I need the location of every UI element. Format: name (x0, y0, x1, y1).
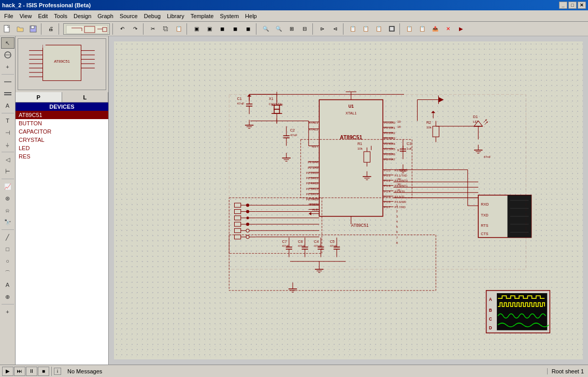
tab-l[interactable]: L (62, 92, 109, 102)
block4-button[interactable]: ◼ (229, 23, 241, 35)
device-at89c51[interactable]: AT89C51 (16, 111, 108, 119)
svg-text:XTAL1: XTAL1 (309, 121, 319, 124)
device-crystal[interactable]: CRYSTAL (16, 136, 108, 144)
netlist-button[interactable]: 📋 (403, 23, 415, 35)
menu-library[interactable]: Library (164, 12, 188, 20)
tab-p[interactable]: P (16, 92, 62, 102)
cut-button[interactable]: ✂ (147, 23, 159, 35)
tag2-button[interactable]: ⊲ (329, 23, 341, 35)
generator-tool[interactable]: ⍾ (1, 205, 15, 216)
status-message: No Messages (63, 368, 547, 374)
paste-button[interactable]: 📋 (173, 23, 185, 35)
menu-help[interactable]: Help (242, 12, 260, 20)
menu-system[interactable]: System (217, 12, 242, 20)
add-tool[interactable]: + (1, 306, 15, 317)
svg-text:6: 6 (396, 230, 398, 234)
pin-tool[interactable]: ⊢ (1, 166, 15, 177)
undo-button[interactable]: ↶ (116, 23, 128, 35)
svg-text:10k: 10k (426, 125, 432, 129)
window-controls[interactable]: _ □ ✕ (559, 2, 586, 9)
box-tool[interactable]: □ (1, 243, 15, 255)
zoom-in-button[interactable]: 🔍 (260, 23, 272, 35)
lt-sep-5 (2, 229, 14, 230)
svg-text:CTS: CTS (481, 232, 489, 236)
junction-tool[interactable]: + (1, 61, 15, 72)
new-button[interactable] (1, 23, 13, 35)
export-button[interactable]: 📤 (429, 23, 441, 35)
block5-button[interactable]: ◼ (242, 23, 254, 35)
zoom-area-button[interactable]: ⊟ (298, 23, 311, 35)
open-button[interactable] (14, 23, 26, 35)
menu-design[interactable]: Design (70, 12, 94, 20)
menu-tools[interactable]: Tools (51, 12, 70, 20)
bus-tool[interactable] (1, 88, 15, 99)
select-tool[interactable]: ↖ (1, 37, 15, 49)
save-button[interactable] (27, 23, 39, 35)
svg-text:10k: 10k (357, 147, 363, 150)
zoom-out-button[interactable]: 🔍 (273, 23, 285, 35)
prop3-button[interactable]: 📋 (372, 23, 385, 35)
run-button[interactable]: ▶ (455, 23, 467, 35)
tag-button[interactable]: ⊳ (316, 23, 328, 35)
svg-point-202 (246, 223, 249, 226)
svg-text:4: 4 (396, 220, 398, 223)
bus-entry-tool[interactable]: ⊣ (1, 127, 15, 138)
terminal-tool[interactable]: ◁ (1, 154, 15, 165)
drc-button[interactable]: ✕ (442, 23, 454, 35)
menu-template[interactable]: Template (188, 12, 217, 20)
menu-edit[interactable]: Edit (35, 12, 51, 20)
schematic[interactable]: U1 XTAL1 XTAL1 XTAL2 RST P2.0/A8 P2.1/A9… (114, 41, 583, 359)
power-tool[interactable]: ⏚ (1, 139, 15, 150)
playback-controls[interactable]: ▶ ⏭ ⏸ ■ (0, 367, 52, 376)
circle-tool[interactable]: ○ (1, 255, 15, 267)
prop4-button[interactable]: 🔲 (385, 23, 398, 35)
prop2-button[interactable]: 📋 (360, 23, 372, 35)
line-tool[interactable]: ╱ (1, 231, 15, 243)
menu-view[interactable]: View (17, 12, 35, 20)
arc-tool[interactable]: ⌒ (1, 267, 15, 279)
pause-button[interactable]: ⏸ (26, 367, 37, 376)
component-tool[interactable] (1, 49, 15, 61)
prop-button[interactable]: 📋 (347, 23, 359, 35)
toolbar-sep-7 (312, 23, 314, 35)
instrument-tool[interactable]: 🔭 (1, 216, 15, 228)
graph-tool[interactable]: 📈 (1, 181, 15, 192)
canvas-area[interactable]: U1 XTAL1 XTAL1 XTAL2 RST P2.0/A8 P2.1/A9… (109, 36, 588, 365)
redo-button[interactable]: ↷ (129, 23, 141, 35)
svg-text:XTAL1: XTAL1 (346, 111, 356, 115)
svg-text:AT89C51: AT89C51 (351, 223, 369, 228)
panel-tabs[interactable]: P L (16, 92, 108, 103)
menu-graph[interactable]: Graph (94, 12, 117, 20)
device-capacitor[interactable]: CAPACITOR (16, 127, 108, 136)
print-button[interactable]: 🖨 (45, 23, 57, 35)
label-tool[interactable]: A (1, 100, 15, 111)
minimize-button[interactable]: _ (559, 2, 567, 9)
device-button[interactable]: BUTTON (16, 119, 108, 127)
symbol-tool[interactable]: ⊕ (1, 291, 15, 302)
block3-button[interactable]: ◼ (216, 23, 228, 35)
tape-tool[interactable]: ⊛ (1, 193, 15, 204)
zoom-all-button[interactable]: ⊞ (285, 23, 298, 35)
stop-button[interactable]: ■ (38, 367, 49, 376)
menu-debug[interactable]: Debug (141, 12, 164, 20)
device-res[interactable]: RES (16, 152, 108, 161)
svg-text:P2.3/A11: P2.3/A11 (306, 177, 318, 180)
menu-file[interactable]: File (1, 12, 17, 20)
text-tool[interactable]: T (1, 115, 15, 126)
close-button[interactable]: ✕ (578, 2, 586, 9)
menu-source[interactable]: Source (117, 12, 141, 20)
step-button[interactable]: ⏭ (14, 367, 25, 376)
bom-button[interactable]: 📋 (416, 23, 428, 35)
device-led[interactable]: LED (16, 144, 108, 152)
2d-text-tool[interactable]: A (1, 279, 15, 291)
play-button[interactable]: ▶ (2, 367, 13, 376)
copy-button[interactable]: ⿻ (160, 23, 172, 35)
svg-point-194 (246, 210, 249, 213)
svg-rect-197 (234, 216, 240, 220)
svg-rect-171 (433, 126, 439, 137)
block2-button[interactable]: ▣ (203, 23, 216, 35)
wire-tool[interactable] (1, 76, 15, 88)
block-button[interactable]: ▣ (190, 23, 203, 35)
maximize-button[interactable]: □ (568, 2, 577, 9)
lt-sep-3 (2, 152, 14, 152)
